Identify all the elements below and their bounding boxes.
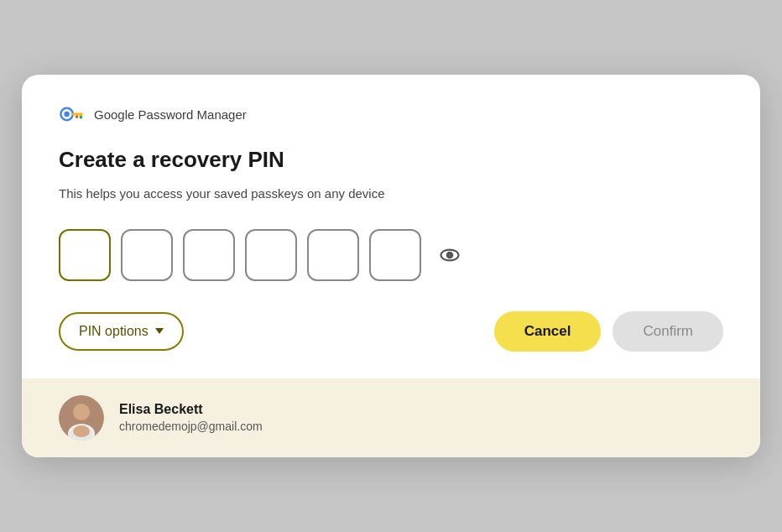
pin-input-3[interactable] — [183, 229, 235, 281]
cancel-button[interactable]: Cancel — [494, 311, 602, 352]
svg-point-1 — [64, 112, 69, 117]
svg-point-12 — [73, 425, 90, 437]
user-email: chromedemojp@gmail.com — [119, 420, 263, 433]
confirm-button[interactable]: Confirm — [613, 311, 723, 352]
svg-point-9 — [73, 404, 90, 420]
pin-input-5[interactable] — [307, 229, 359, 281]
header-row: Google Password Manager — [59, 105, 723, 123]
app-name-label: Google Password Manager — [94, 107, 247, 122]
pin-input-6[interactable] — [369, 229, 421, 281]
svg-point-7 — [449, 253, 451, 256]
pin-input-1[interactable] — [59, 229, 111, 281]
svg-rect-4 — [76, 116, 78, 118]
right-buttons: Cancel Confirm — [494, 311, 723, 352]
pin-options-label: PIN options — [79, 324, 149, 339]
pin-input-row — [59, 229, 723, 281]
pin-input-2[interactable] — [121, 229, 173, 281]
chevron-down-icon — [155, 328, 164, 334]
svg-rect-3 — [80, 116, 82, 119]
user-info: Elisa Beckett chromedemojp@gmail.com — [119, 402, 263, 433]
dialog-body: Google Password Manager Create a recover… — [22, 75, 760, 378]
dialog-footer: Elisa Beckett chromedemojp@gmail.com — [22, 378, 760, 457]
pin-options-button[interactable]: PIN options — [59, 312, 184, 351]
toggle-visibility-button[interactable] — [435, 240, 465, 270]
main-title: Create a recovery PIN — [59, 147, 723, 173]
user-name: Elisa Beckett — [119, 402, 263, 417]
svg-rect-2 — [72, 113, 83, 116]
subtitle: This helps you access your saved passkey… — [59, 185, 723, 204]
pin-input-4[interactable] — [245, 229, 297, 281]
eye-icon — [438, 243, 461, 267]
avatar — [59, 395, 104, 441]
dialog: Google Password Manager Create a recover… — [22, 75, 760, 457]
gpm-logo-icon — [59, 105, 86, 123]
actions-row: PIN options Cancel Confirm — [59, 311, 723, 352]
